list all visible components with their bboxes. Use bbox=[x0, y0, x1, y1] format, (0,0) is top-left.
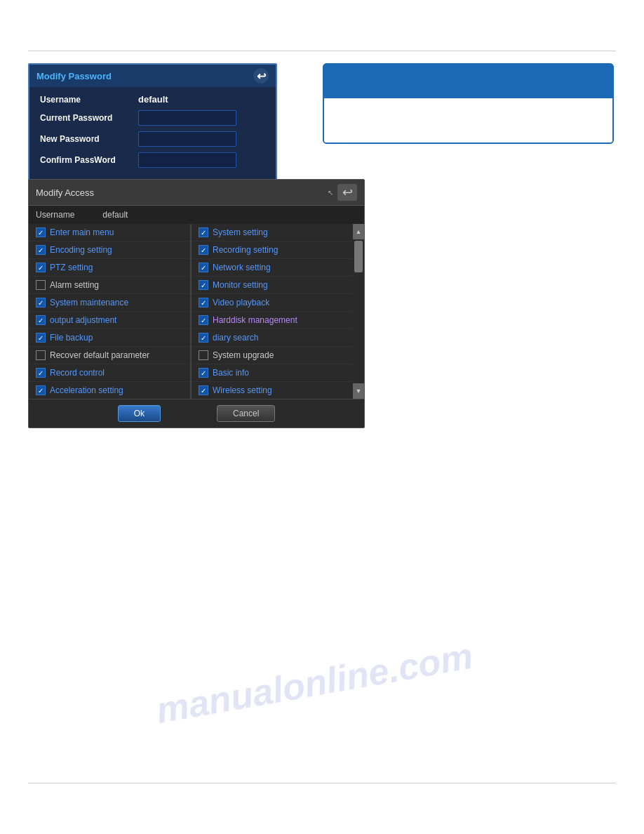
system-upgrade-label: System upgrade bbox=[213, 350, 274, 360]
checkbox-system-maintenance[interactable]: ✓ System maintenance bbox=[29, 294, 190, 312]
checkbox-diary-search[interactable]: ✓ diary search bbox=[192, 329, 353, 347]
harddisk-management-label: Harddisk management bbox=[213, 315, 297, 325]
access-ok-button[interactable]: Ok bbox=[118, 405, 161, 422]
checkbox-recover-default[interactable]: ✓ Recover default parameter bbox=[29, 347, 190, 364]
current-password-label: Current Password bbox=[40, 113, 138, 123]
checkbox-basic-info[interactable]: ✓ Basic info bbox=[192, 364, 353, 382]
access-dialog-buttons: Ok Cancel bbox=[29, 399, 364, 428]
file-backup-checkbox[interactable]: ✓ bbox=[36, 333, 46, 343]
wireless-setting-label: Wireless setting bbox=[213, 385, 272, 395]
system-maintenance-checkbox[interactable]: ✓ bbox=[36, 298, 46, 307]
video-playback-label: Video playback bbox=[213, 298, 269, 307]
record-control-checkbox[interactable]: ✓ bbox=[36, 368, 46, 378]
scrollbar-down-button[interactable]: ▼ bbox=[353, 383, 364, 399]
checkbox-enter-main-menu[interactable]: ✓ Enter main menu bbox=[29, 224, 190, 241]
confirm-password-row: Confirm PassWord bbox=[40, 152, 265, 168]
checkbox-harddisk-management[interactable]: ✓ Harddisk management bbox=[192, 312, 353, 329]
access-left-column: ✓ Enter main menu ✓ Encoding setting ✓ P… bbox=[29, 224, 191, 399]
monitor-setting-checkbox[interactable]: ✓ bbox=[199, 280, 208, 290]
username-label: Username bbox=[40, 95, 138, 105]
checkbox-system-setting[interactable]: ✓ System setting bbox=[192, 224, 353, 241]
checkbox-output-adjustment[interactable]: ✓ output adjustment bbox=[29, 312, 190, 329]
video-playback-checkbox[interactable]: ✓ bbox=[199, 298, 208, 307]
access-cancel-button[interactable]: Cancel bbox=[217, 405, 275, 422]
output-adjustment-label: output adjustment bbox=[50, 315, 116, 325]
blue-info-box bbox=[323, 63, 614, 144]
scrollbar-thumb[interactable] bbox=[354, 241, 363, 272]
modify-password-title-label: Modify Password bbox=[36, 71, 112, 81]
modify-access-dialog: Modify Access ↖ ↩ Username default ✓ Ent… bbox=[28, 179, 365, 428]
modify-password-title-bar: Modify Password ↩ bbox=[29, 65, 276, 87]
checkbox-monitor-setting[interactable]: ✓ Monitor setting bbox=[192, 277, 353, 294]
record-control-label: Record control bbox=[50, 368, 105, 378]
access-username-row: Username default bbox=[29, 206, 364, 224]
acceleration-setting-checkbox[interactable]: ✓ bbox=[36, 385, 46, 395]
current-password-row: Current Password bbox=[40, 110, 265, 126]
top-divider bbox=[28, 51, 616, 51]
recover-default-checkbox[interactable]: ✓ bbox=[36, 350, 46, 360]
access-scrollbar: ▲ ▼ bbox=[353, 224, 364, 399]
bottom-divider bbox=[28, 783, 616, 783]
checkbox-alarm-setting[interactable]: ✓ Alarm setting bbox=[29, 277, 190, 294]
checkbox-encoding-setting[interactable]: ✓ Encoding setting bbox=[29, 241, 190, 259]
wireless-setting-checkbox[interactable]: ✓ bbox=[199, 385, 208, 395]
output-adjustment-checkbox[interactable]: ✓ bbox=[36, 315, 46, 325]
alarm-setting-checkbox[interactable]: ✓ bbox=[36, 280, 46, 290]
scrollbar-track bbox=[353, 239, 364, 383]
recording-setting-checkbox[interactable]: ✓ bbox=[199, 245, 208, 255]
access-checkboxes-container: ✓ Enter main menu ✓ Encoding setting ✓ P… bbox=[29, 224, 364, 399]
harddisk-management-checkbox[interactable]: ✓ bbox=[199, 315, 208, 325]
confirm-password-label: Confirm PassWord bbox=[40, 155, 138, 165]
access-title-bar: Modify Access ↖ ↩ bbox=[29, 180, 364, 206]
acceleration-setting-label: Acceleration setting bbox=[50, 385, 123, 395]
enter-main-menu-label: Enter main menu bbox=[50, 227, 114, 237]
new-password-row: New Password bbox=[40, 131, 265, 147]
new-password-label: New Password bbox=[40, 134, 138, 144]
checkbox-wireless-setting[interactable]: ✓ Wireless setting bbox=[192, 382, 353, 399]
diary-search-label: diary search bbox=[213, 333, 258, 343]
enter-main-menu-checkbox[interactable]: ✓ bbox=[36, 227, 46, 237]
checkbox-video-playback[interactable]: ✓ Video playback bbox=[192, 294, 353, 312]
access-title-label: Modify Access bbox=[36, 187, 94, 198]
checkbox-ptz-setting[interactable]: ✓ PTZ setting bbox=[29, 259, 190, 277]
checkbox-acceleration-setting[interactable]: ✓ Acceleration setting bbox=[29, 382, 190, 399]
username-value: default bbox=[138, 94, 168, 105]
basic-info-checkbox[interactable]: ✓ bbox=[199, 368, 208, 378]
recover-default-label: Recover default parameter bbox=[50, 350, 149, 360]
confirm-password-input[interactable] bbox=[138, 152, 236, 168]
cursor-marker: ↖ bbox=[328, 189, 333, 197]
checkbox-system-upgrade[interactable]: ✓ System upgrade bbox=[192, 347, 353, 364]
access-right-column: ✓ System setting ✓ Recording setting ✓ N… bbox=[191, 224, 353, 399]
checkbox-file-backup[interactable]: ✓ File backup bbox=[29, 329, 190, 347]
access-username-label: Username bbox=[36, 210, 74, 220]
basic-info-label: Basic info bbox=[213, 368, 249, 378]
ptz-setting-label: PTZ setting bbox=[50, 263, 93, 272]
ptz-setting-checkbox[interactable]: ✓ bbox=[36, 263, 46, 272]
alarm-setting-label: Alarm setting bbox=[50, 280, 99, 290]
blue-box-bottom bbox=[323, 98, 614, 144]
username-row: Username default bbox=[40, 94, 265, 105]
new-password-input[interactable] bbox=[138, 131, 236, 147]
monitor-setting-label: Monitor setting bbox=[213, 280, 268, 290]
modify-password-back-button[interactable]: ↩ bbox=[253, 68, 269, 84]
encoding-setting-label: Encoding setting bbox=[50, 245, 112, 255]
system-upgrade-checkbox[interactable]: ✓ bbox=[199, 350, 208, 360]
file-backup-label: File backup bbox=[50, 333, 93, 343]
checkbox-record-control[interactable]: ✓ Record control bbox=[29, 364, 190, 382]
system-setting-label: System setting bbox=[213, 227, 268, 237]
network-setting-checkbox[interactable]: ✓ bbox=[199, 263, 208, 272]
blue-box-top bbox=[323, 63, 614, 98]
checkbox-recording-setting[interactable]: ✓ Recording setting bbox=[192, 241, 353, 259]
encoding-setting-checkbox[interactable]: ✓ bbox=[36, 245, 46, 255]
access-back-button[interactable]: ↩ bbox=[337, 184, 357, 201]
diary-search-checkbox[interactable]: ✓ bbox=[199, 333, 208, 343]
access-username-value: default bbox=[102, 210, 128, 220]
system-maintenance-label: System maintenance bbox=[50, 298, 128, 307]
system-setting-checkbox[interactable]: ✓ bbox=[199, 227, 208, 237]
current-password-input[interactable] bbox=[138, 110, 236, 126]
watermark-text: manualonline.com bbox=[153, 635, 476, 732]
recording-setting-label: Recording setting bbox=[213, 245, 278, 255]
network-setting-label: Network setting bbox=[213, 263, 271, 272]
checkbox-network-setting[interactable]: ✓ Network setting bbox=[192, 259, 353, 277]
scrollbar-up-button[interactable]: ▲ bbox=[353, 224, 364, 239]
